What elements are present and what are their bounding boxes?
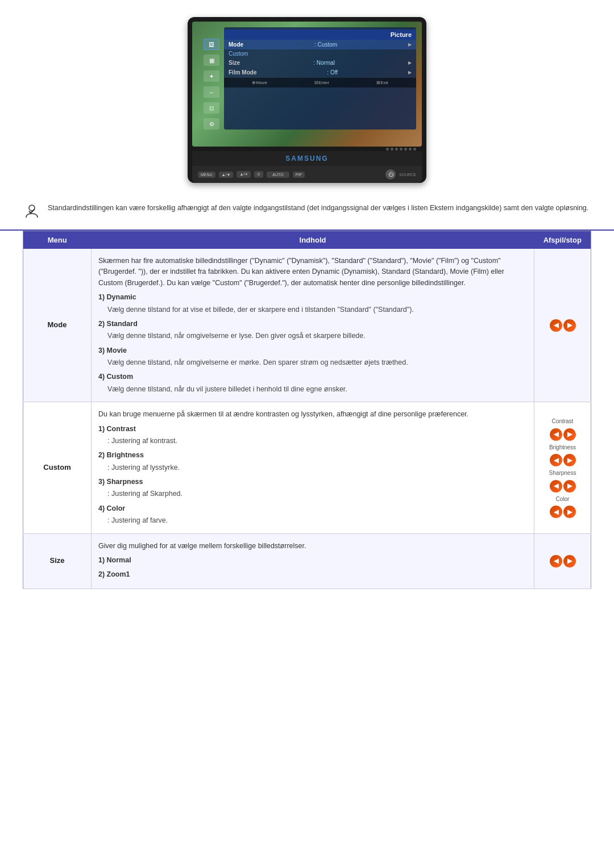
table-row: Size Giver dig mulighed for at vælge mel…: [23, 533, 591, 589]
osd-size-value: : Normal: [313, 60, 335, 66]
osd-icon-settings: ⚙: [204, 118, 219, 130]
samsung-logo: SAMSUNG: [285, 155, 328, 162]
mode-left-arrow[interactable]: ◀: [550, 319, 562, 332]
osd-filmmode-label: Film Mode: [229, 69, 256, 76]
osd-overlay: 🖼 ▦ ✦ ↔ ⊡ ⚙ Picture Mode : Custom ▶ Cust…: [204, 27, 416, 130]
tv-dots: [386, 148, 416, 151]
osd-filmmode-arrow: ▶: [408, 70, 412, 75]
osd-icon-list: 🖼 ▦ ✦ ↔ ⊡ ⚙: [204, 27, 219, 130]
tv-screen: 🖼 ▦ ✦ ↔ ⊡ ⚙ Picture Mode : Custom ▶ Cust…: [192, 22, 422, 147]
content-cell-mode: Skærmen har fire automatiske billedindst…: [92, 249, 534, 402]
header-menu: Menu: [23, 231, 92, 249]
tv-dot-1: [386, 148, 389, 151]
tv-dot-4: [400, 148, 403, 151]
contrast-right-arrow[interactable]: ▶: [563, 428, 576, 441]
menu-button[interactable]: MENU: [198, 172, 215, 178]
sharpness-right-arrow[interactable]: ▶: [563, 480, 576, 493]
tv-controls-bar: MENU ▲/▼ ▲/☀ ⊙ AUTO PIP ⏻ SOURCE: [192, 166, 422, 183]
controls-cell-custom: Contrast ◀ ▶ Brightness ◀ ▶ Sharpness ◀: [534, 402, 591, 533]
note-text: Standardindstillingen kan være forskelli…: [48, 203, 588, 214]
header-content: Indhold: [92, 231, 534, 249]
size-nav-arrows: ◀ ▶: [550, 555, 576, 567]
pip-button[interactable]: PIP: [293, 172, 305, 178]
note-section: Standardindstillingen kan være forskelli…: [0, 194, 614, 231]
size-left-arrow[interactable]: ◀: [550, 555, 562, 567]
brightness-right-arrow[interactable]: ▶: [563, 454, 576, 466]
controls-cell-mode: ◀ ▶: [534, 249, 591, 402]
contrast-nav-arrows: ◀ ▶: [550, 428, 576, 441]
table-body: Mode Skærmen har fire automatiske billed…: [23, 249, 591, 589]
contrast-label: Contrast: [552, 417, 574, 426]
mode-section-1-text: Vælg denne tilstand for at vise et bille…: [98, 304, 527, 315]
input-button[interactable]: ⊙: [254, 171, 263, 178]
size-intro-text: Giver dig mulighed for at vælge mellem f…: [98, 542, 306, 550]
sharpness-label: Sharpness: [549, 469, 576, 478]
source-label: SOURCE: [399, 173, 416, 177]
osd-menu-title: Picture: [224, 30, 416, 40]
custom-section-2-title: 2) Brightness: [98, 450, 527, 461]
contrast-left-arrow[interactable]: ◀: [550, 428, 562, 441]
osd-row-size: Size : Normal ▶: [224, 58, 416, 68]
tv-dot-2: [391, 148, 393, 151]
tv-bottom-bar: SAMSUNG: [192, 151, 422, 166]
controls-cell-size: ◀ ▶: [534, 533, 591, 589]
custom-section-2-text: : Justering af lysstyrke.: [98, 462, 527, 473]
custom-section-4-text: : Justering af farve.: [98, 515, 527, 526]
channel-vol-button: ▲/▼: [219, 172, 234, 178]
osd-icon-bar: ▦: [204, 55, 219, 66]
tv-screenshot-section: 🖼 ▦ ✦ ↔ ⊡ ⚙ Picture Mode : Custom ▶ Cust…: [0, 0, 614, 194]
osd-mode-label: Mode: [229, 41, 243, 48]
osd-row-filmmode: Film Mode : Off ▶: [224, 68, 416, 77]
sharpness-left-arrow[interactable]: ◀: [550, 480, 562, 493]
osd-filmmode-value: : Off: [327, 69, 338, 76]
osd-icon-brightness: ✦: [204, 70, 219, 82]
color-right-arrow[interactable]: ▶: [563, 506, 576, 518]
mode-section-2-title: 2) Standard: [98, 319, 527, 329]
menu-cell-mode: Mode: [23, 249, 92, 402]
osd-icon-screen: ⊡: [204, 102, 219, 114]
brightness-nav-arrows: ◀ ▶: [550, 454, 576, 466]
custom-section-3-text: : Justering af Skarphed.: [98, 489, 527, 499]
brightness-left-arrow[interactable]: ◀: [550, 454, 562, 466]
osd-custom-label: Custom: [224, 49, 416, 58]
osd-row-mode: Mode : Custom ▶: [224, 40, 416, 49]
auto-button[interactable]: AUTO: [267, 172, 289, 178]
mode-nav-arrows: ◀ ▶: [550, 319, 576, 332]
color-nav-arrows: ◀ ▶: [550, 506, 576, 518]
brightness-label: Brightness: [549, 443, 576, 452]
osd-icon-size: ↔: [204, 86, 219, 98]
tv-dot-5: [404, 148, 407, 151]
mode-section-3-text: Vælg denne tilstand, når omgivelserne er…: [98, 357, 527, 368]
table-header: Menu Indhold Afspil/stop: [23, 231, 591, 249]
tv-dot-7: [413, 148, 416, 151]
size-section-2-title: 2) Zoom1: [98, 569, 527, 580]
color-left-arrow[interactable]: ◀: [550, 506, 562, 518]
content-cell-custom: Du kan bruge menuerne på skærmen til at …: [92, 402, 534, 533]
mode-section-4-title: 4) Custom: [98, 372, 527, 382]
tv-stand-top: [192, 147, 422, 151]
osd-size-label: Size: [229, 60, 240, 66]
color-label: Color: [556, 495, 570, 504]
mode-right-arrow[interactable]: ▶: [563, 319, 576, 332]
mode-section-2-text: Vælg denne tilstand, når omgivelserne er…: [98, 331, 527, 341]
menu-cell-size: Size: [23, 533, 92, 589]
sharpness-nav-arrows: ◀ ▶: [550, 480, 576, 493]
table-row: Custom Du kan bruge menuerne på skærmen …: [23, 402, 591, 533]
custom-section-1-title: 1) Contrast: [98, 424, 527, 435]
tv-dot-6: [409, 148, 412, 151]
osd-menu-panel: Picture Mode : Custom ▶ Custom Size : No…: [224, 27, 416, 130]
mode-section-4-text: Vælg denne tilstand, når du vil justere …: [98, 384, 527, 395]
power-button[interactable]: ⏻: [385, 169, 396, 180]
osd-mode-value: : Custom: [314, 41, 337, 48]
size-right-arrow[interactable]: ▶: [563, 555, 576, 567]
custom-section-1-text: : Justering af kontrast.: [98, 436, 527, 446]
brightness-button: ▲/☀: [237, 171, 251, 178]
table-section: Menu Indhold Afspil/stop Mode Skærmen ha…: [0, 231, 614, 606]
osd-bottom-bar: ⊕Move ⊟Enter ⊞Exit: [224, 77, 416, 87]
table-row: Mode Skærmen har fire automatiske billed…: [23, 249, 591, 402]
custom-intro-text: Du kan bruge menuerne på skærmen til at …: [98, 410, 468, 418]
osd-move-label: ⊕Move: [252, 80, 267, 85]
note-icon: [23, 203, 41, 221]
osd-exit-label: ⊞Exit: [376, 80, 388, 85]
custom-section-3-title: 3) Sharpness: [98, 477, 527, 487]
